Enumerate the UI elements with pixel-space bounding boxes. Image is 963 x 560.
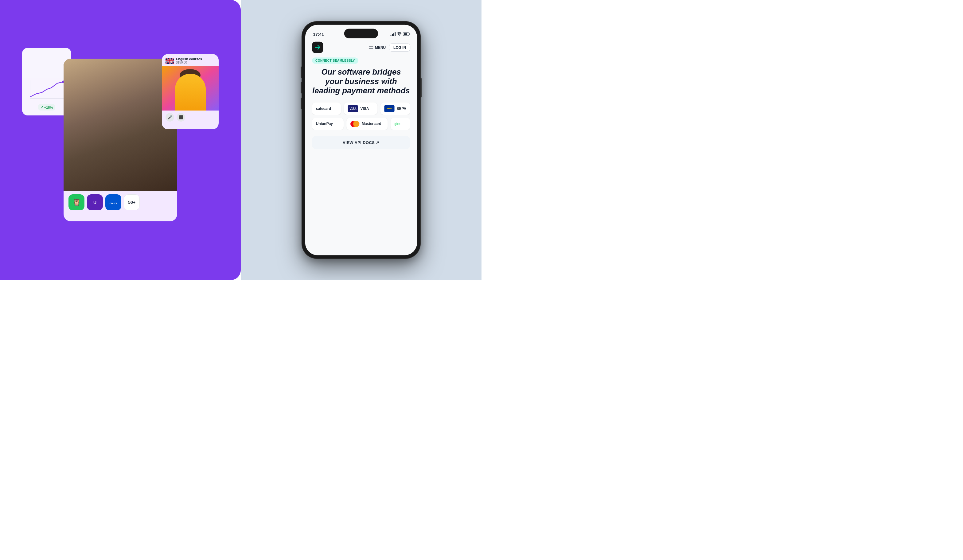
svg-point-33 [399, 35, 400, 36]
mic-button[interactable]: 🎤 [165, 113, 174, 121]
svg-point-31 [180, 69, 201, 81]
nav-right: MENU LOG IN [369, 43, 410, 52]
payment-row-2: UnionPay Mastercard [312, 118, 410, 130]
battery-icon [403, 32, 409, 36]
visa-pill: VISA VISA [344, 102, 378, 115]
status-time: 17:41 [313, 32, 324, 37]
phone-content: MENU LOG IN CONNECT SEAMLESSLY Our softw… [305, 39, 417, 156]
mastercard-pill: Mastercard [346, 118, 387, 130]
svg-rect-12 [137, 160, 144, 175]
giropay-pill: giro [391, 118, 410, 130]
courses-controls: 🎤 ⬛ [162, 110, 219, 124]
svg-text:cours: cours [110, 202, 117, 205]
courses-price: $150.00 [176, 61, 202, 64]
svg-rect-13 [94, 166, 116, 170]
main-photo-card: 🦉 U cours 50+ [63, 59, 177, 221]
svg-rect-30 [180, 90, 200, 110]
signal-bars-icon [391, 32, 396, 36]
left-inner: ↗ +18% [31, 29, 209, 251]
svg-point-7 [128, 91, 165, 125]
screen-button[interactable]: ⬛ [177, 113, 185, 121]
payment-row-1: safecard VISA VISA SEPA SEPA [312, 102, 410, 115]
svg-rect-6 [79, 112, 110, 189]
phone-nav: MENU LOG IN [312, 39, 410, 57]
sepa-label: SEPA [397, 107, 407, 111]
svg-text:U: U [93, 200, 96, 205]
uk-flag-icon [165, 58, 174, 64]
logo-arrow-icon [314, 44, 321, 51]
unionpay-pill: UnionPay [312, 118, 344, 130]
svg-point-4 [65, 160, 176, 185]
phone-screen: 17:41 [305, 25, 417, 256]
svg-point-9 [129, 85, 164, 109]
sepa-pill: SEPA SEPA [380, 102, 410, 115]
courses-info: English courses $150.00 [176, 57, 202, 64]
trend-badge: ↗ +18% [38, 104, 55, 110]
svg-point-5 [77, 100, 111, 128]
sepa-icon: SEPA [384, 105, 394, 112]
menu-button[interactable]: MENU [369, 45, 386, 49]
more-apps-icon: 50+ [124, 194, 140, 210]
courses-card: English courses $150.00 [162, 54, 219, 129]
phone-headline: Our software bridges your business with … [312, 67, 410, 96]
visa-icon: VISA [348, 105, 358, 112]
status-icons [391, 32, 409, 37]
photo-placeholder [63, 59, 177, 191]
dynamic-island [344, 29, 378, 38]
visa-label: VISA [360, 107, 369, 111]
safecard-pill: safecard [312, 102, 341, 115]
mastercard-icon [350, 120, 359, 127]
unionpay-label: UnionPay [316, 121, 333, 126]
login-button[interactable]: LOG IN [389, 43, 410, 52]
phone-wrapper: 17:41 [302, 21, 420, 259]
svg-rect-14 [96, 163, 116, 167]
udemy-icon: U [87, 194, 103, 210]
left-panel: ↗ +18% [0, 0, 241, 280]
mastercard-label: Mastercard [362, 121, 381, 126]
trend-chart [27, 77, 66, 102]
api-docs-button[interactable]: VIEW API DOCS ↗ [312, 136, 410, 149]
giropay-label: giro [395, 122, 400, 126]
connect-badge: CONNECT SEAMLESSLY [312, 57, 358, 63]
wifi-icon [397, 32, 402, 37]
svg-rect-8 [130, 106, 165, 191]
apps-row: 🦉 U cours 50+ [63, 191, 177, 214]
duolingo-icon: 🦉 [68, 194, 84, 210]
svg-rect-3 [63, 59, 177, 191]
svg-rect-11 [105, 152, 145, 177]
chart-area [27, 53, 66, 102]
courses-header: English courses $150.00 [162, 54, 219, 66]
hamburger-icon [369, 46, 373, 48]
courses-photo [162, 66, 219, 110]
svg-rect-10 [104, 151, 146, 178]
right-panel: 17:41 [241, 0, 481, 280]
phone-outer: 17:41 [302, 21, 420, 259]
courses-title: English courses [176, 57, 202, 61]
safecard-label: safecard [316, 107, 331, 111]
svg-point-32 [196, 87, 207, 97]
nav-logo [312, 42, 323, 53]
coursera-icon: cours [105, 194, 121, 210]
